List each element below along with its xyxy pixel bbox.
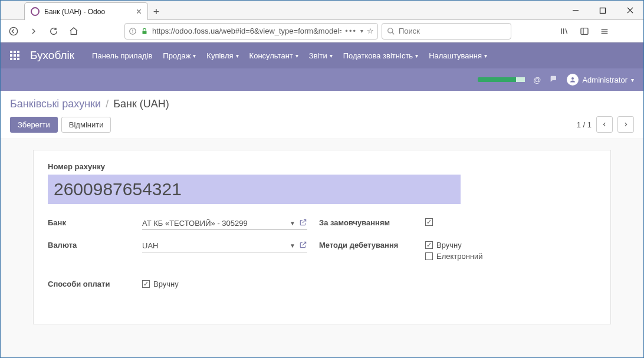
svg-line-13 bbox=[566, 28, 567, 34]
outbound-manual-label: Вручну bbox=[153, 280, 179, 288]
apps-switcher-icon[interactable] bbox=[10, 51, 19, 60]
menu-purchase[interactable]: Купівля▾ bbox=[206, 51, 238, 60]
pager: 1 / 1 bbox=[577, 116, 634, 133]
user-name: Administrator bbox=[582, 75, 627, 84]
browser-toolbar: ••• ▾ ☆ bbox=[1, 20, 643, 42]
control-panel: Банківські рахунки / Банк (UAH) Зберегти… bbox=[1, 91, 643, 139]
debit-manual-label: Вручну bbox=[436, 241, 462, 249]
bank-label: Банк bbox=[48, 218, 136, 227]
caret-down-icon: ▾ bbox=[484, 52, 487, 59]
breadcrumb-current: Банк (UAH) bbox=[113, 98, 169, 110]
caret-down-icon: ▾ bbox=[236, 52, 239, 59]
external-link-icon[interactable] bbox=[299, 218, 307, 228]
bank-input[interactable] bbox=[142, 219, 286, 228]
caret-down-icon: ▾ bbox=[295, 52, 298, 59]
avatar-icon bbox=[567, 74, 579, 86]
svg-point-7 bbox=[132, 32, 133, 32]
user-menu[interactable]: Administrator ▾ bbox=[567, 74, 634, 86]
bank-field[interactable]: ▼ bbox=[142, 218, 307, 230]
main-menus: Панель приладів Продаж▾ Купівля▾ Консуль… bbox=[92, 51, 487, 60]
form-sheet-bg: Номер рахунку Банк ▼ За замовчуванням В bbox=[1, 139, 643, 357]
hamburger-menu-icon[interactable] bbox=[596, 23, 613, 40]
breadcrumb: Банківські рахунки / Банк (UAH) bbox=[10, 98, 634, 110]
new-tab-button[interactable]: + bbox=[148, 4, 165, 20]
menu-dashboard[interactable]: Панель приладів bbox=[92, 51, 152, 60]
default-checkbox[interactable] bbox=[425, 218, 433, 226]
default-label: За замовчуванням bbox=[319, 218, 419, 227]
odoo-top-nav: Бухоблік Панель приладів Продаж▾ Купівля… bbox=[1, 42, 643, 68]
library-icon[interactable] bbox=[556, 23, 573, 40]
bookmark-star-icon[interactable]: ☆ bbox=[367, 27, 374, 35]
currency-field[interactable]: ▼ bbox=[142, 241, 307, 252]
debit-methods-label: Методи дебетування bbox=[319, 241, 419, 249]
outbound-manual-checkbox[interactable] bbox=[142, 280, 150, 288]
currency-input[interactable] bbox=[142, 241, 286, 250]
url-input[interactable] bbox=[152, 27, 341, 35]
dropdown-icon[interactable]: ▼ bbox=[290, 242, 295, 249]
acc-number-label: Номер рахунку bbox=[48, 162, 596, 171]
progress-indicator[interactable] bbox=[478, 77, 525, 82]
menu-config[interactable]: Налаштування▾ bbox=[429, 51, 487, 60]
acc-number-input[interactable] bbox=[48, 175, 461, 204]
tracking-shield-icon bbox=[129, 27, 137, 35]
svg-point-9 bbox=[388, 28, 393, 32]
caret-down-icon: ▾ bbox=[631, 77, 634, 83]
forward-button[interactable] bbox=[25, 23, 42, 40]
dropdown-icon[interactable]: ▼ bbox=[290, 220, 295, 226]
discuss-icon[interactable] bbox=[549, 74, 558, 86]
menu-sales[interactable]: Продаж▾ bbox=[163, 51, 196, 60]
debit-electronic-checkbox[interactable] bbox=[425, 252, 433, 260]
breadcrumb-separator: / bbox=[106, 98, 109, 110]
browser-tab[interactable]: Банк (UAH) - Odoo × bbox=[24, 2, 148, 20]
currency-label: Валюта bbox=[48, 241, 136, 249]
svg-point-4 bbox=[9, 27, 17, 35]
window-controls bbox=[562, 1, 643, 20]
svg-line-10 bbox=[392, 32, 395, 34]
svg-rect-14 bbox=[581, 28, 588, 34]
window-close-button[interactable] bbox=[616, 1, 643, 20]
external-link-icon[interactable] bbox=[299, 241, 307, 251]
at-icon[interactable]: @ bbox=[533, 75, 541, 84]
pager-value[interactable]: 1 / 1 bbox=[577, 120, 592, 129]
sidebar-icon[interactable] bbox=[576, 23, 593, 40]
caret-down-icon: ▾ bbox=[415, 52, 418, 59]
debit-electronic-label: Електронний bbox=[436, 252, 483, 261]
home-button[interactable] bbox=[65, 23, 82, 40]
save-button[interactable]: Зберегти bbox=[10, 117, 58, 133]
svg-rect-1 bbox=[600, 8, 606, 13]
minimize-button[interactable] bbox=[562, 1, 589, 20]
svg-rect-8 bbox=[143, 31, 147, 34]
discard-button[interactable]: Відмінити bbox=[61, 117, 111, 133]
outbound-methods-label: Способи оплати bbox=[48, 271, 136, 288]
menu-advisor[interactable]: Консультант▾ bbox=[249, 51, 298, 60]
svg-point-19 bbox=[571, 77, 574, 80]
browser-search-input[interactable] bbox=[399, 27, 506, 35]
odoo-systray: @ Administrator ▾ bbox=[1, 68, 643, 91]
pager-next-button[interactable] bbox=[617, 116, 634, 133]
debit-manual-checkbox[interactable] bbox=[425, 241, 433, 249]
maximize-button[interactable] bbox=[589, 1, 616, 20]
reload-button[interactable] bbox=[45, 23, 62, 40]
caret-down-icon: ▾ bbox=[193, 52, 196, 59]
url-bar[interactable]: ••• ▾ ☆ bbox=[124, 23, 378, 40]
search-icon bbox=[387, 27, 395, 35]
menu-reports[interactable]: Звіти▾ bbox=[309, 51, 333, 60]
tab-close-icon[interactable]: × bbox=[136, 7, 142, 17]
odoo-favicon bbox=[31, 7, 40, 16]
page-actions-icon[interactable]: ••• bbox=[345, 27, 357, 35]
caret-down-icon: ▾ bbox=[330, 52, 333, 59]
breadcrumb-root[interactable]: Банківські рахунки bbox=[10, 98, 101, 110]
browser-window: Банк (UAH) - Odoo × + bbox=[0, 0, 644, 358]
menu-tax-reports[interactable]: Податкова звітність▾ bbox=[343, 51, 418, 60]
tab-strip: Банк (UAH) - Odoo × + bbox=[1, 1, 643, 20]
browser-search-bar[interactable] bbox=[382, 23, 511, 40]
form-sheet: Номер рахунку Банк ▼ За замовчуванням В bbox=[33, 150, 611, 324]
pager-prev-button[interactable] bbox=[596, 116, 613, 133]
tab-title: Банк (UAH) - Odoo bbox=[44, 8, 132, 16]
back-button[interactable] bbox=[5, 23, 22, 40]
app-brand[interactable]: Бухоблік bbox=[30, 49, 74, 62]
lock-icon bbox=[140, 27, 149, 35]
url-dropdown-icon[interactable]: ▾ bbox=[360, 28, 363, 34]
